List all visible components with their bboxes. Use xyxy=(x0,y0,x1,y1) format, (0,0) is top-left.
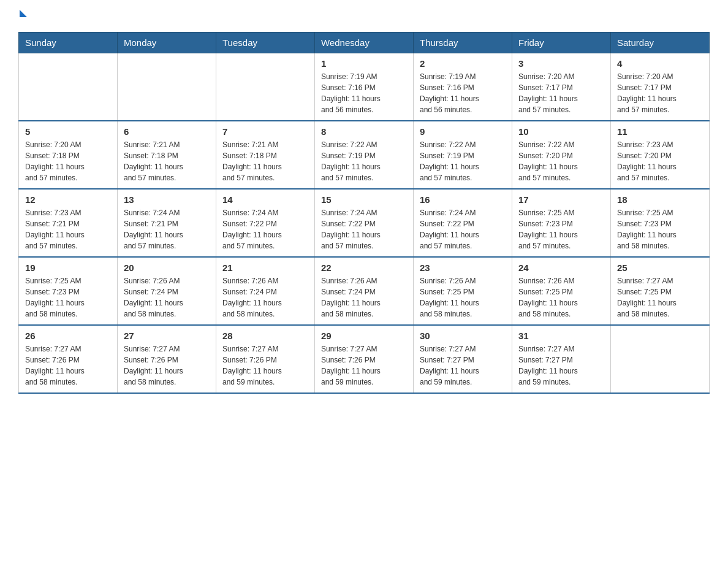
day-info: Sunrise: 7:26 AM Sunset: 7:24 PM Dayligh… xyxy=(222,275,308,320)
day-info: Sunrise: 7:24 AM Sunset: 7:22 PM Dayligh… xyxy=(420,207,506,251)
day-info: Sunrise: 7:27 AM Sunset: 7:26 PM Dayligh… xyxy=(124,343,210,388)
calendar-cell: 22Sunrise: 7:26 AM Sunset: 7:24 PM Dayli… xyxy=(315,257,414,325)
calendar-cell: 29Sunrise: 7:27 AM Sunset: 7:26 PM Dayli… xyxy=(315,325,414,393)
header-thursday: Thursday xyxy=(414,33,512,53)
calendar-cell xyxy=(118,53,216,121)
calendar-cell: 20Sunrise: 7:26 AM Sunset: 7:24 PM Dayli… xyxy=(118,257,216,325)
day-number: 26 xyxy=(25,331,111,341)
calendar-cell: 5Sunrise: 7:20 AM Sunset: 7:18 PM Daylig… xyxy=(19,121,118,189)
calendar-cell: 8Sunrise: 7:22 AM Sunset: 7:19 PM Daylig… xyxy=(315,121,414,189)
day-number: 7 xyxy=(222,126,308,137)
day-number: 27 xyxy=(124,331,210,341)
day-number: 6 xyxy=(124,126,210,137)
day-number: 16 xyxy=(420,194,506,205)
day-number: 14 xyxy=(222,194,308,205)
calendar-cell: 11Sunrise: 7:23 AM Sunset: 7:20 PM Dayli… xyxy=(611,121,710,189)
calendar-cell: 28Sunrise: 7:27 AM Sunset: 7:26 PM Dayli… xyxy=(216,325,315,393)
day-info: Sunrise: 7:27 AM Sunset: 7:26 PM Dayligh… xyxy=(321,343,407,388)
calendar-cell: 15Sunrise: 7:24 AM Sunset: 7:22 PM Dayli… xyxy=(315,189,414,257)
day-info: Sunrise: 7:22 AM Sunset: 7:19 PM Dayligh… xyxy=(321,139,407,183)
header-sunday: Sunday xyxy=(19,33,118,53)
day-number: 8 xyxy=(321,126,407,137)
day-number: 30 xyxy=(420,331,506,341)
day-number: 20 xyxy=(124,262,210,273)
day-info: Sunrise: 7:24 AM Sunset: 7:22 PM Dayligh… xyxy=(321,207,407,251)
calendar-header-row: SundayMondayTuesdayWednesdayThursdayFrid… xyxy=(19,33,710,53)
calendar-week-row: 1Sunrise: 7:19 AM Sunset: 7:16 PM Daylig… xyxy=(19,53,710,121)
logo-triangle-icon xyxy=(20,10,27,17)
day-number: 3 xyxy=(518,58,604,69)
header-friday: Friday xyxy=(512,33,611,53)
calendar-week-row: 19Sunrise: 7:25 AM Sunset: 7:23 PM Dayli… xyxy=(19,257,710,325)
day-info: Sunrise: 7:25 AM Sunset: 7:23 PM Dayligh… xyxy=(617,207,703,251)
day-info: Sunrise: 7:26 AM Sunset: 7:24 PM Dayligh… xyxy=(124,275,210,320)
calendar-cell: 31Sunrise: 7:27 AM Sunset: 7:27 PM Dayli… xyxy=(512,325,611,393)
calendar-cell: 6Sunrise: 7:21 AM Sunset: 7:18 PM Daylig… xyxy=(118,121,216,189)
day-info: Sunrise: 7:22 AM Sunset: 7:19 PM Dayligh… xyxy=(420,139,506,183)
calendar-cell xyxy=(19,53,118,121)
calendar-cell: 1Sunrise: 7:19 AM Sunset: 7:16 PM Daylig… xyxy=(315,53,414,121)
page-header xyxy=(18,12,710,20)
calendar-cell: 14Sunrise: 7:24 AM Sunset: 7:22 PM Dayli… xyxy=(216,189,315,257)
day-info: Sunrise: 7:24 AM Sunset: 7:21 PM Dayligh… xyxy=(124,207,210,251)
day-info: Sunrise: 7:20 AM Sunset: 7:18 PM Dayligh… xyxy=(25,139,111,183)
day-number: 22 xyxy=(321,262,407,273)
day-info: Sunrise: 7:26 AM Sunset: 7:24 PM Dayligh… xyxy=(321,275,407,320)
day-number: 31 xyxy=(518,331,604,341)
header-tuesday: Tuesday xyxy=(216,33,315,53)
calendar-cell: 4Sunrise: 7:20 AM Sunset: 7:17 PM Daylig… xyxy=(611,53,710,121)
calendar-cell: 26Sunrise: 7:27 AM Sunset: 7:26 PM Dayli… xyxy=(19,325,118,393)
day-info: Sunrise: 7:27 AM Sunset: 7:27 PM Dayligh… xyxy=(518,343,604,388)
calendar-cell: 27Sunrise: 7:27 AM Sunset: 7:26 PM Dayli… xyxy=(118,325,216,393)
day-number: 17 xyxy=(518,194,604,205)
day-number: 15 xyxy=(321,194,407,205)
calendar-cell: 19Sunrise: 7:25 AM Sunset: 7:23 PM Dayli… xyxy=(19,257,118,325)
day-info: Sunrise: 7:25 AM Sunset: 7:23 PM Dayligh… xyxy=(518,207,604,251)
calendar-cell: 30Sunrise: 7:27 AM Sunset: 7:27 PM Dayli… xyxy=(414,325,512,393)
day-number: 13 xyxy=(124,194,210,205)
calendar-cell xyxy=(216,53,315,121)
day-info: Sunrise: 7:27 AM Sunset: 7:26 PM Dayligh… xyxy=(25,343,111,388)
day-info: Sunrise: 7:19 AM Sunset: 7:16 PM Dayligh… xyxy=(420,71,506,115)
day-number: 28 xyxy=(222,331,308,341)
header-monday: Monday xyxy=(118,33,216,53)
calendar-cell: 21Sunrise: 7:26 AM Sunset: 7:24 PM Dayli… xyxy=(216,257,315,325)
day-number: 9 xyxy=(420,126,506,137)
day-info: Sunrise: 7:27 AM Sunset: 7:25 PM Dayligh… xyxy=(617,275,703,320)
calendar-cell: 18Sunrise: 7:25 AM Sunset: 7:23 PM Dayli… xyxy=(611,189,710,257)
calendar-cell: 24Sunrise: 7:26 AM Sunset: 7:25 PM Dayli… xyxy=(512,257,611,325)
logo xyxy=(18,12,27,20)
day-info: Sunrise: 7:26 AM Sunset: 7:25 PM Dayligh… xyxy=(518,275,604,320)
calendar-cell: 25Sunrise: 7:27 AM Sunset: 7:25 PM Dayli… xyxy=(611,257,710,325)
day-info: Sunrise: 7:25 AM Sunset: 7:23 PM Dayligh… xyxy=(25,275,111,320)
day-number: 11 xyxy=(617,126,703,137)
day-info: Sunrise: 7:23 AM Sunset: 7:20 PM Dayligh… xyxy=(617,139,703,183)
calendar-cell: 9Sunrise: 7:22 AM Sunset: 7:19 PM Daylig… xyxy=(414,121,512,189)
day-number: 10 xyxy=(518,126,604,137)
calendar-week-row: 26Sunrise: 7:27 AM Sunset: 7:26 PM Dayli… xyxy=(19,325,710,393)
calendar-cell: 16Sunrise: 7:24 AM Sunset: 7:22 PM Dayli… xyxy=(414,189,512,257)
day-info: Sunrise: 7:21 AM Sunset: 7:18 PM Dayligh… xyxy=(124,139,210,183)
calendar-cell: 12Sunrise: 7:23 AM Sunset: 7:21 PM Dayli… xyxy=(19,189,118,257)
day-info: Sunrise: 7:21 AM Sunset: 7:18 PM Dayligh… xyxy=(222,139,308,183)
calendar-table: SundayMondayTuesdayWednesdayThursdayFrid… xyxy=(18,32,710,394)
calendar-week-row: 5Sunrise: 7:20 AM Sunset: 7:18 PM Daylig… xyxy=(19,121,710,189)
day-info: Sunrise: 7:27 AM Sunset: 7:26 PM Dayligh… xyxy=(222,343,308,388)
calendar-cell: 17Sunrise: 7:25 AM Sunset: 7:23 PM Dayli… xyxy=(512,189,611,257)
day-info: Sunrise: 7:20 AM Sunset: 7:17 PM Dayligh… xyxy=(617,71,703,115)
day-number: 29 xyxy=(321,331,407,341)
day-number: 1 xyxy=(321,58,407,69)
day-info: Sunrise: 7:26 AM Sunset: 7:25 PM Dayligh… xyxy=(420,275,506,320)
day-number: 24 xyxy=(518,262,604,273)
calendar-cell: 3Sunrise: 7:20 AM Sunset: 7:17 PM Daylig… xyxy=(512,53,611,121)
day-number: 2 xyxy=(420,58,506,69)
day-info: Sunrise: 7:23 AM Sunset: 7:21 PM Dayligh… xyxy=(25,207,111,251)
day-number: 23 xyxy=(420,262,506,273)
day-number: 12 xyxy=(25,194,111,205)
calendar-cell: 13Sunrise: 7:24 AM Sunset: 7:21 PM Dayli… xyxy=(118,189,216,257)
day-info: Sunrise: 7:24 AM Sunset: 7:22 PM Dayligh… xyxy=(222,207,308,251)
calendar-cell: 10Sunrise: 7:22 AM Sunset: 7:20 PM Dayli… xyxy=(512,121,611,189)
day-info: Sunrise: 7:19 AM Sunset: 7:16 PM Dayligh… xyxy=(321,71,407,115)
day-number: 21 xyxy=(222,262,308,273)
calendar-cell xyxy=(611,325,710,393)
